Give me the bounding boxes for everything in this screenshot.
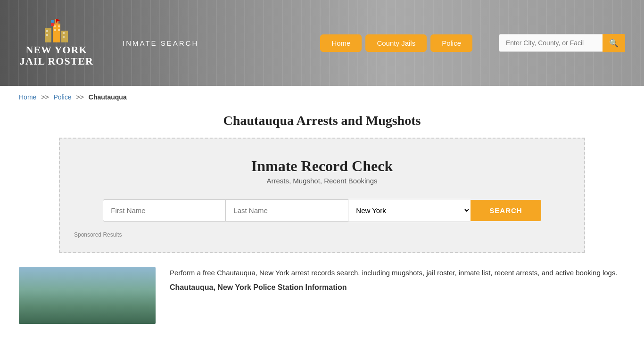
nav-police[interactable]: Police xyxy=(430,34,472,52)
nav-home[interactable]: Home xyxy=(320,34,362,52)
breadcrumb-home[interactable]: Home xyxy=(19,93,36,101)
svg-rect-12 xyxy=(56,19,57,23)
bottom-content: Perform a free Chautauqua, New York arre… xyxy=(0,258,644,333)
svg-rect-8 xyxy=(54,29,56,31)
header-search-bar: 🔍 xyxy=(499,34,625,52)
svg-rect-15 xyxy=(51,23,54,26)
breadcrumb-current: Chautauqua xyxy=(89,93,127,101)
bottom-text: Perform a free Chautauqua, New York arre… xyxy=(170,267,625,324)
header-search-input[interactable] xyxy=(499,34,603,52)
sponsored-label: Sponsored Results xyxy=(74,231,570,238)
svg-rect-7 xyxy=(58,25,60,27)
search-icon: 🔍 xyxy=(609,39,619,47)
svg-rect-6 xyxy=(54,25,56,27)
inmate-record-box: Inmate Record Check Arrests, Mugshot, Re… xyxy=(59,138,585,253)
page-title: Chautauqua Arrests and Mugshots xyxy=(19,113,625,128)
logo-icon xyxy=(42,19,71,42)
svg-rect-4 xyxy=(46,30,48,32)
svg-rect-9 xyxy=(58,29,60,31)
nav-county-jails[interactable]: County Jails xyxy=(365,34,427,52)
inmate-search-form: New York SEARCH xyxy=(74,199,570,222)
inmate-search-label: INMATE SEARCH xyxy=(123,39,198,47)
svg-rect-10 xyxy=(63,32,65,34)
breadcrumb-sep1: >> xyxy=(41,93,49,101)
breadcrumb: Home >> Police >> Chautauqua xyxy=(0,86,644,108)
bottom-heading: Chautauqua, New York Police Station Info… xyxy=(170,283,625,292)
breadcrumb-police[interactable]: Police xyxy=(54,93,72,101)
location-image xyxy=(19,267,156,324)
svg-rect-14 xyxy=(51,20,54,23)
last-name-input[interactable] xyxy=(225,199,348,222)
bottom-description: Perform a free Chautauqua, New York arre… xyxy=(170,267,625,279)
nav-buttons: Home County Jails Police xyxy=(320,34,472,52)
first-name-input[interactable] xyxy=(103,199,225,222)
inmate-record-subtitle: Arrests, Mugshot, Recent Bookings xyxy=(74,177,570,185)
svg-rect-11 xyxy=(63,36,65,38)
breadcrumb-sep2: >> xyxy=(76,93,84,101)
logo-text: NEW YORK JAIL ROSTER xyxy=(20,44,93,67)
svg-rect-5 xyxy=(46,34,48,36)
header: NEW YORK JAIL ROSTER INMATE SEARCH Home … xyxy=(0,0,644,86)
inmate-record-title: Inmate Record Check xyxy=(74,157,570,175)
header-search-button[interactable]: 🔍 xyxy=(603,34,625,52)
inmate-search-button[interactable]: SEARCH xyxy=(471,200,541,221)
page-title-section: Chautauqua Arrests and Mugshots xyxy=(0,108,644,138)
state-select[interactable]: New York xyxy=(348,199,471,222)
logo[interactable]: NEW YORK JAIL ROSTER xyxy=(19,19,94,67)
